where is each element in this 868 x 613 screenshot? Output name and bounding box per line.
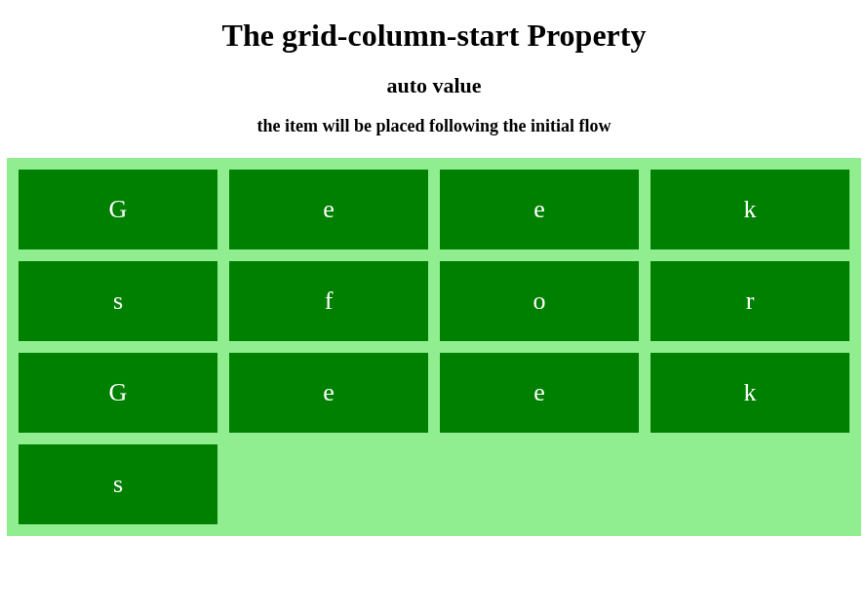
grid-item: s <box>19 261 217 341</box>
grid-item: f <box>229 261 428 341</box>
grid-item: s <box>19 444 217 524</box>
grid-item: e <box>229 353 428 433</box>
grid-item: G <box>19 353 217 433</box>
grid-item: k <box>651 353 849 433</box>
grid-item: o <box>440 261 639 341</box>
grid-item: r <box>651 261 849 341</box>
description: the item will be placed following the in… <box>5 116 863 136</box>
grid-item: e <box>440 353 639 433</box>
subtitle: auto value <box>5 73 863 98</box>
page-title: The grid-column-start Property <box>5 18 863 54</box>
grid-item: e <box>440 170 639 249</box>
grid-container: G e e k s f o r G e e k s <box>7 158 861 536</box>
grid-item: k <box>651 170 849 249</box>
grid-item: G <box>19 170 217 249</box>
grid-item: e <box>229 170 428 249</box>
